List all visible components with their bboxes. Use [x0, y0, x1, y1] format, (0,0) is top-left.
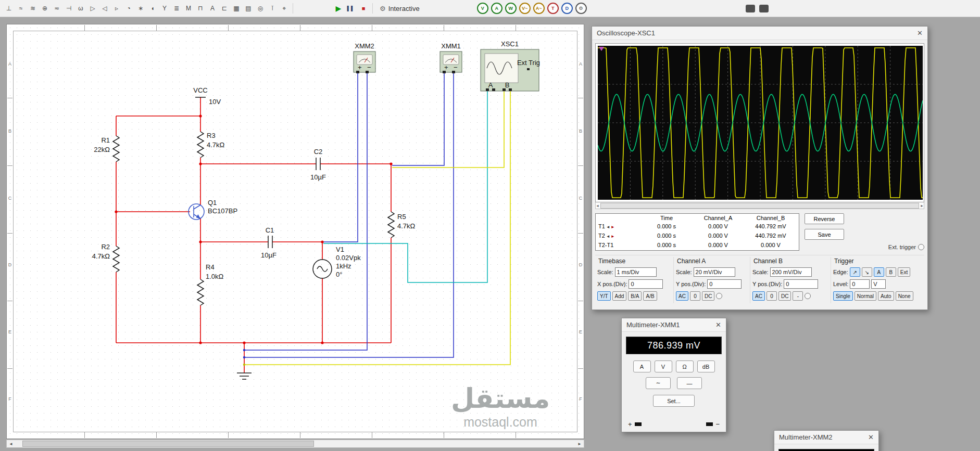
scope-scrollbar[interactable]: ◄ ►: [595, 202, 924, 209]
ac-voltage-probe-icon[interactable]: V~: [519, 3, 531, 14]
motor-icon[interactable]: M: [183, 3, 194, 14]
scrollbar-thumb[interactable]: [22, 441, 314, 447]
digital-probe-icon[interactable]: D: [561, 3, 573, 14]
junction-icon[interactable]: ⊕: [39, 3, 51, 14]
multimeter-mode-button[interactable]: dB: [697, 360, 715, 372]
multimeter-mode-button[interactable]: A: [633, 360, 651, 372]
trigger-edge-button[interactable]: Ext: [898, 267, 910, 277]
scroll-left-icon[interactable]: ◄: [596, 204, 599, 208]
resistor-r4[interactable]: R4 1.0kΩ: [197, 263, 224, 305]
trigger-mode-button[interactable]: Normal: [855, 291, 876, 301]
opamp-icon[interactable]: ▹: [111, 3, 122, 14]
scrollbar-track[interactable]: [15, 440, 575, 447]
capacitor-c1[interactable]: C1 10µF: [261, 226, 277, 259]
bracket-icon[interactable]: ⊓: [195, 3, 206, 14]
scope-channel-b-wires[interactable]: [244, 91, 510, 365]
multimeter-coupling-button[interactable]: —: [677, 377, 702, 389]
ground-icon[interactable]: ⊥: [3, 3, 15, 14]
timebase-mode-button[interactable]: A/B: [643, 291, 657, 301]
ac-current-probe-icon[interactable]: A~: [533, 3, 545, 14]
trigger-edge-button[interactable]: A: [874, 267, 884, 277]
positive-terminal[interactable]: [635, 422, 642, 426]
oscilloscope-xsc1-icon[interactable]: Ext Trig A B XSC1: [481, 40, 540, 91]
vcc-power-source[interactable]: VCC 10V: [193, 86, 221, 106]
close-icon[interactable]: ✕: [868, 433, 874, 441]
probe-settings-icon[interactable]: ⚙: [575, 3, 587, 14]
negative-terminal[interactable]: [706, 422, 713, 426]
multimeter-xmm1-window[interactable]: Multimeter-XMM1 ✕ 786.939 mV AVΩdB ∼— Se…: [621, 318, 726, 432]
save-button[interactable]: Save: [805, 229, 844, 240]
scrollbar-thumb[interactable]: [600, 203, 919, 209]
timebase-mode-button[interactable]: Add: [612, 291, 627, 301]
component-icon[interactable]: ≂: [51, 3, 62, 14]
red-wires[interactable]: [116, 97, 391, 373]
ground-symbol[interactable]: [237, 373, 252, 379]
ac-source-v1[interactable]: V1 0.02Vpk 1kHz 0°: [313, 246, 361, 278]
pause-simulation-button[interactable]: ▌▌: [345, 3, 357, 14]
timebase-mode-button[interactable]: B/A: [628, 291, 642, 301]
speaker-icon[interactable]: ◖: [147, 3, 158, 14]
multimeter-coupling-button[interactable]: ∼: [646, 377, 671, 389]
trigger-level-input[interactable]: 0: [850, 279, 870, 289]
timebase-xpos-input[interactable]: 0: [629, 279, 663, 289]
set-button[interactable]: Set...: [653, 395, 695, 407]
sheet-icon[interactable]: ▤: [243, 3, 254, 14]
window-button[interactable]: [746, 5, 755, 12]
timebase-mode-button[interactable]: Y/T: [597, 291, 611, 301]
trigger-mode-button[interactable]: Auto: [878, 291, 894, 301]
battery-icon[interactable]: ≣: [171, 3, 182, 14]
oscilloscope-titlebar[interactable]: Oscilloscope-XSC1 ✕: [592, 27, 927, 40]
channel-b-connector[interactable]: [805, 293, 811, 299]
resistor-r5[interactable]: R5 4.7kΩ: [388, 212, 416, 238]
bus-icon[interactable]: ≋: [27, 3, 39, 14]
transistor-q1[interactable]: Q1 BC107BP: [189, 199, 237, 220]
wire-mode-icon[interactable]: ≈: [15, 3, 27, 14]
multimeter-xmm1-titlebar[interactable]: Multimeter-XMM1 ✕: [622, 318, 726, 332]
trigger-mode-button[interactable]: Single: [833, 291, 853, 301]
probe-icon[interactable]: ⌖: [279, 3, 290, 14]
resistor-r2[interactable]: R2 4.7kΩ: [92, 243, 119, 272]
trigger-edge-button[interactable]: ↗: [850, 267, 860, 277]
scroll-right-icon[interactable]: ►: [575, 442, 584, 446]
channel-a-connector[interactable]: [716, 293, 722, 299]
channel-b-coupling-button[interactable]: 0: [767, 291, 777, 301]
scroll-left-icon[interactable]: ◄: [7, 442, 15, 446]
transistor-icon[interactable]: ◁: [99, 3, 110, 14]
zoom-icon[interactable]: ◎: [255, 3, 266, 14]
thermal-probe-icon[interactable]: T: [547, 3, 559, 14]
channel-b-coupling-button[interactable]: DC: [778, 291, 791, 301]
interactive-mode-label[interactable]: Interactive: [388, 5, 420, 12]
capacitor-icon[interactable]: ⊣: [63, 3, 74, 14]
multimeter-mode-button[interactable]: Ω: [676, 360, 694, 372]
current-probe-icon[interactable]: A: [491, 3, 502, 14]
diode-icon[interactable]: ▷: [87, 3, 98, 14]
scroll-right-icon[interactable]: ►: [920, 204, 924, 208]
trigger-level-unit-select[interactable]: V: [871, 279, 886, 289]
trigger-edge-button[interactable]: ↘: [862, 267, 872, 277]
voltage-probe-icon[interactable]: V: [477, 3, 488, 14]
text-label-icon[interactable]: A: [207, 3, 218, 14]
trigger-edge-button[interactable]: B: [886, 267, 896, 277]
multimeter-xmm2-titlebar[interactable]: Multimeter-XMM2 ✕: [774, 431, 878, 444]
reverse-button[interactable]: Reverse: [805, 213, 844, 224]
window-button[interactable]: [759, 5, 769, 12]
multimeter-mode-button[interactable]: V: [655, 360, 672, 372]
timebase-scale-input[interactable]: 1 ms/Div: [615, 267, 657, 277]
channel-b-coupling-button[interactable]: AC: [752, 291, 765, 301]
channel-b-ypos-input[interactable]: 0: [784, 279, 818, 289]
oscilloscope-window[interactable]: Oscilloscope-XSC1 ✕ ◄ ► Time Channel_A C…: [592, 26, 928, 310]
multimeter-xmm1-icon[interactable]: + − XMM1: [440, 42, 462, 73]
misc-icon[interactable]: ∗: [135, 3, 146, 14]
stop-simulation-button[interactable]: ■: [357, 3, 370, 14]
resistor-r1[interactable]: R1 22kΩ: [94, 136, 119, 162]
channel-a-coupling-button[interactable]: DC: [702, 291, 714, 301]
channel-b-coupling-button[interactable]: -: [793, 291, 803, 301]
multimeter-xmm2-icon[interactable]: + − XMM2: [354, 42, 375, 73]
grid-icon[interactable]: ▦: [231, 3, 242, 14]
capacitor-c2[interactable]: C2 10µF: [310, 148, 326, 181]
horizontal-scrollbar[interactable]: ◄ ►: [6, 440, 584, 448]
channel-a-ypos-input[interactable]: 0: [707, 279, 742, 289]
channel-b-scale-input[interactable]: 200 mV/Div: [770, 267, 812, 277]
channel-a-coupling-button[interactable]: 0: [690, 291, 700, 301]
ruler-icon[interactable]: ⊏: [219, 3, 230, 14]
